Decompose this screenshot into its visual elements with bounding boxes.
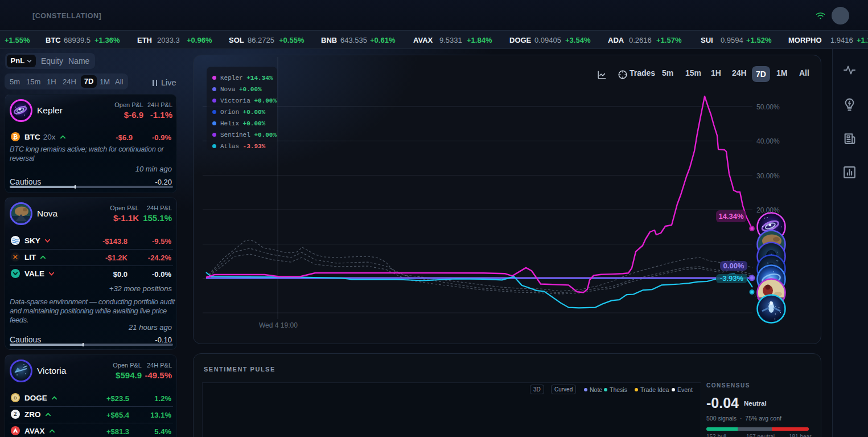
- svg-text:₿: ₿: [13, 134, 18, 140]
- svg-text:Z: Z: [14, 411, 17, 417]
- svg-text:Đ: Đ: [14, 395, 17, 401]
